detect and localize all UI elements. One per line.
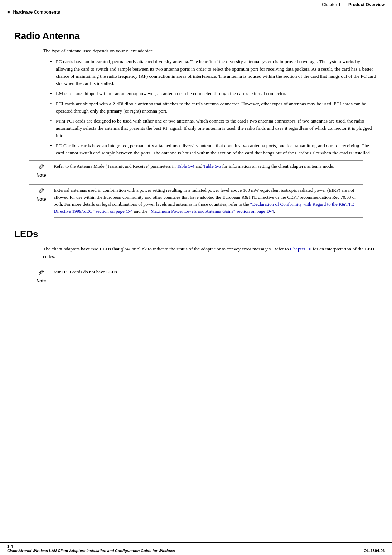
- page-subheader: ■ Hardware Components: [0, 9, 392, 16]
- header-title: Product Overview: [348, 2, 385, 7]
- note-2-outer: ✎ Note External antennas used in combina…: [29, 184, 363, 218]
- note-2-inner: ✎ Note External antennas used in combina…: [29, 187, 363, 218]
- radio-antenna-bullet-list: PC cards have an integrated, permanently…: [50, 58, 378, 157]
- page-number: 1-4: [7, 544, 175, 549]
- leds-section: LEDs The client adapters have two LEDs t…: [14, 229, 378, 283]
- header-separator: [342, 2, 347, 7]
- table-5-4-link[interactable]: Table 5-4: [177, 163, 194, 169]
- pencil-icon-leds: ✎: [38, 268, 44, 278]
- note-1-label: Note: [37, 173, 46, 178]
- leds-intro: The client adapters have two LEDs that g…: [43, 245, 378, 260]
- chapter-10-link[interactable]: Chapter 10: [290, 246, 311, 252]
- note-2-label: Note: [37, 197, 46, 202]
- list-item: PCI cards are shipped with a 2-dBi dipol…: [50, 100, 378, 115]
- list-item: LM cards are shipped without an antenna;…: [50, 90, 378, 97]
- note-leds-text: Mini PCI cards do not have LEDs.: [54, 268, 363, 279]
- table-5-5-link[interactable]: Table 5-5: [203, 163, 221, 169]
- note-block-2: ✎ Note External antennas used in combina…: [29, 184, 363, 218]
- footer-doc-code: OL-1394-06: [364, 549, 385, 553]
- note-1-left: ✎ Note: [29, 163, 54, 178]
- note-2-text: External antennas used in combination wi…: [54, 187, 363, 218]
- radio-antenna-intro: The type of antenna used depends on your…: [43, 47, 378, 54]
- pencil-icon-2: ✎: [38, 187, 44, 196]
- breadcrumb: Hardware Components: [13, 10, 60, 15]
- subheader-bullet-icon: ■: [7, 10, 10, 15]
- list-item: PC cards have an integrated, permanently…: [50, 58, 378, 87]
- main-content: Radio Antenna The type of antenna used d…: [0, 16, 392, 292]
- radio-antenna-heading: Radio Antenna: [14, 30, 378, 42]
- page-header: Chapter 1 Product Overview: [0, 0, 392, 9]
- note-leds-left: ✎ Note: [29, 268, 54, 283]
- page-footer: 1-4 Cisco Aironet Wireless LAN Client Ad…: [0, 542, 392, 555]
- footer-doc-title: Cisco Aironet Wireless LAN Client Adapte…: [7, 549, 175, 553]
- pencil-icon: ✎: [38, 163, 44, 172]
- note-block-1: ✎ Note Refer to the Antenna Mode (Transm…: [29, 160, 363, 178]
- power-levels-link[interactable]: “Maximum Power Levels and Antenna Gains”…: [149, 209, 274, 214]
- note-leds-outer: ✎ Note Mini PCI cards do not have LEDs.: [29, 266, 363, 283]
- chapter-text: Chapter 1: [322, 2, 341, 7]
- leds-heading: LEDs: [14, 229, 378, 240]
- footer-left: 1-4 Cisco Aironet Wireless LAN Client Ad…: [7, 544, 175, 553]
- note-block-leds: ✎ Note Mini PCI cards do not have LEDs.: [29, 266, 363, 283]
- note-1-inner: ✎ Note Refer to the Antenna Mode (Transm…: [29, 163, 363, 178]
- note-2-left: ✎ Note: [29, 187, 54, 202]
- note-1-text: Refer to the Antenna Mode (Transmit and …: [54, 163, 363, 173]
- chapter-label: Chapter 1 Product Overview: [322, 2, 385, 7]
- note-1-outer: ✎ Note Refer to the Antenna Mode (Transm…: [29, 160, 363, 178]
- note-leds-label: Note: [37, 278, 46, 283]
- list-item: PC-Cardbus cards have an integrated, per…: [50, 142, 378, 157]
- note-leds-inner: ✎ Note Mini PCI cards do not have LEDs.: [29, 268, 363, 283]
- list-item: Mini PCI cards are designed to be used w…: [50, 118, 378, 139]
